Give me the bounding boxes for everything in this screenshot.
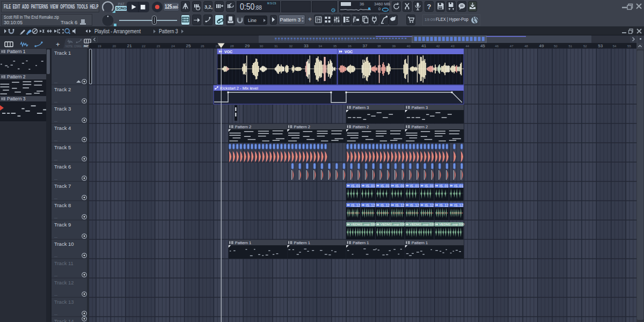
svg-text:Kickstart 2 - Mix level: Kickstart 2 - Mix level bbox=[220, 86, 258, 91]
svg-text:...: ... bbox=[54, 215, 57, 219]
svg-text:50: 50 bbox=[554, 45, 558, 48]
svg-text:Track 5: Track 5 bbox=[54, 144, 71, 150]
svg-text:49: 49 bbox=[539, 43, 544, 48]
svg-text:Pattern 2: Pattern 2 bbox=[294, 125, 310, 129]
svg-text:...: ... bbox=[54, 99, 57, 103]
svg-text:...: ... bbox=[54, 196, 57, 200]
svg-text:27: 27 bbox=[215, 45, 219, 48]
svg-text:Pattern 2: Pattern 2 bbox=[412, 125, 428, 129]
svg-text:Track 8: Track 8 bbox=[54, 202, 71, 208]
svg-text:...: ... bbox=[54, 119, 57, 122]
svg-text:VEDM2..oop 030: VEDM2..oop 030 bbox=[351, 222, 377, 226]
svg-text:21: 21 bbox=[127, 43, 132, 48]
svg-text:39: 39 bbox=[392, 45, 396, 48]
svg-text:VOC: VOC bbox=[345, 50, 353, 54]
svg-text:Pattern 1: Pattern 1 bbox=[412, 240, 428, 245]
svg-text:IS..01: IS..01 bbox=[366, 184, 375, 188]
svg-text:Pattern 3: Pattern 3 bbox=[353, 105, 369, 110]
svg-text:51: 51 bbox=[568, 45, 572, 48]
svg-text:Track 12: Track 12 bbox=[54, 280, 74, 286]
svg-text:IS..12: IS..12 bbox=[440, 203, 449, 207]
svg-text:34: 34 bbox=[318, 45, 322, 48]
svg-text:IS..12: IS..12 bbox=[351, 203, 360, 207]
svg-text:VEDM2..oop 030: VEDM2..oop 030 bbox=[439, 222, 465, 226]
svg-text:Pattern 2: Pattern 2 bbox=[235, 125, 251, 129]
svg-text:46: 46 bbox=[495, 45, 499, 48]
svg-text:IS..12: IS..12 bbox=[454, 203, 463, 207]
svg-text:53: 53 bbox=[598, 43, 603, 48]
svg-text:Pattern 2: Pattern 2 bbox=[7, 74, 26, 79]
svg-text:43: 43 bbox=[451, 45, 455, 48]
svg-text:IS..01: IS..01 bbox=[395, 184, 404, 188]
svg-text:25: 25 bbox=[186, 43, 191, 48]
svg-text:...: ... bbox=[54, 317, 57, 321]
svg-text:IS..01: IS..01 bbox=[380, 184, 390, 188]
svg-text:Pattern 1: Pattern 1 bbox=[235, 240, 251, 245]
svg-text:Track 10: Track 10 bbox=[54, 241, 74, 247]
svg-text:+: + bbox=[56, 40, 60, 48]
svg-text:Track 1: Track 1 bbox=[54, 50, 71, 56]
svg-text:PAT: PAT bbox=[84, 45, 89, 48]
svg-text:?: ? bbox=[427, 3, 431, 11]
svg-text:Track 9: Track 9 bbox=[54, 222, 71, 228]
svg-text:NOTE: NOTE bbox=[65, 45, 73, 48]
svg-text:52: 52 bbox=[583, 45, 587, 48]
svg-text:42: 42 bbox=[436, 45, 440, 48]
svg-text:IS..12: IS..12 bbox=[425, 203, 434, 207]
svg-text:19: 19 bbox=[98, 45, 101, 48]
svg-text:26: 26 bbox=[201, 45, 204, 48]
svg-text:22: 22 bbox=[142, 45, 145, 48]
svg-text:Track 6: Track 6 bbox=[54, 164, 71, 170]
svg-text:Pattern 3: Pattern 3 bbox=[7, 96, 26, 101]
svg-text:Track 13: Track 13 bbox=[54, 299, 74, 305]
svg-text:IS..12: IS..12 bbox=[410, 203, 419, 207]
svg-text:23: 23 bbox=[157, 45, 160, 48]
svg-text:...: ... bbox=[54, 235, 57, 238]
svg-text:55: 55 bbox=[627, 45, 631, 48]
svg-text:VEDM2..oop 030: VEDM2..oop 030 bbox=[409, 222, 435, 226]
svg-text:24: 24 bbox=[171, 45, 175, 48]
svg-text:Track 11: Track 11 bbox=[54, 260, 74, 266]
svg-text:3,2,: 3,2, bbox=[204, 4, 213, 10]
svg-text:IS..01: IS..01 bbox=[351, 184, 360, 188]
svg-text:...: ... bbox=[54, 312, 57, 316]
svg-text:Track 2: Track 2 bbox=[54, 86, 71, 92]
svg-text:IS..12: IS..12 bbox=[395, 203, 404, 207]
svg-text:Track 4: Track 4 bbox=[54, 125, 71, 131]
svg-text:Pattern 3: Pattern 3 bbox=[412, 105, 428, 110]
svg-text:Track 3: Track 3 bbox=[54, 106, 71, 112]
svg-text:CHAN: CHAN bbox=[74, 45, 82, 48]
svg-text:41: 41 bbox=[421, 43, 426, 48]
svg-text:37: 37 bbox=[363, 43, 368, 48]
svg-text:IS..01: IS..01 bbox=[454, 184, 463, 188]
svg-text:...: ... bbox=[54, 273, 57, 277]
svg-text:45: 45 bbox=[480, 43, 485, 48]
svg-text:20: 20 bbox=[112, 45, 116, 48]
svg-text:Pattern 1: Pattern 1 bbox=[353, 240, 369, 245]
svg-text:IS..12: IS..12 bbox=[380, 203, 390, 207]
svg-text:IS..12: IS..12 bbox=[366, 203, 375, 207]
svg-text:...: ... bbox=[54, 80, 57, 84]
svg-text:54: 54 bbox=[613, 45, 617, 48]
svg-text:...: ... bbox=[54, 254, 57, 258]
svg-text:33: 33 bbox=[304, 43, 309, 48]
svg-text:IS..01: IS..01 bbox=[425, 184, 434, 188]
svg-text:48: 48 bbox=[524, 45, 528, 48]
svg-text:32: 32 bbox=[289, 45, 293, 48]
svg-text:28: 28 bbox=[230, 45, 234, 48]
svg-text:29: 29 bbox=[245, 43, 250, 48]
svg-text:Track 7: Track 7 bbox=[54, 183, 71, 189]
svg-text:...: ... bbox=[54, 177, 57, 180]
svg-text:Pattern 2: Pattern 2 bbox=[353, 125, 369, 129]
svg-text:30: 30 bbox=[260, 45, 264, 48]
svg-text:36: 36 bbox=[348, 45, 352, 48]
svg-text:35: 35 bbox=[333, 45, 337, 48]
svg-text:44: 44 bbox=[466, 45, 470, 48]
svg-text:31: 31 bbox=[274, 45, 278, 48]
svg-text:40: 40 bbox=[407, 45, 411, 48]
svg-text:VEDM2..oop 030: VEDM2..oop 030 bbox=[380, 222, 406, 226]
svg-text:Pattern 1: Pattern 1 bbox=[7, 49, 26, 54]
svg-text:47: 47 bbox=[510, 45, 514, 48]
svg-text:IS..01: IS..01 bbox=[410, 184, 419, 188]
svg-text:...: ... bbox=[54, 138, 57, 142]
